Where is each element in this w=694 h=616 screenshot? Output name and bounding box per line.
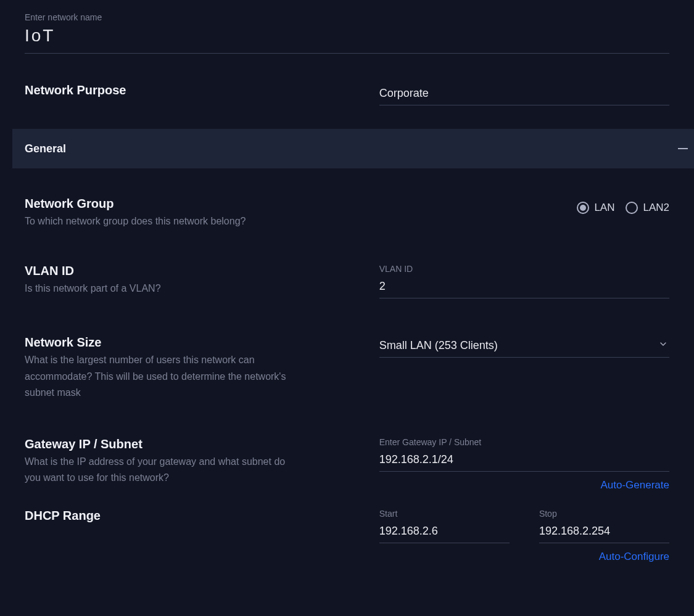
vlan-label: VLAN ID [25,264,361,278]
radio-lan-label: LAN [594,202,614,214]
vlan-desc: Is this network part of a VLAN? [25,281,361,297]
auto-generate-link[interactable]: Auto-Generate [379,479,669,491]
network-size-desc: What is the largest number of users this… [25,352,296,401]
gateway-input[interactable] [379,450,669,472]
section-general-header[interactable]: General [12,129,694,168]
radio-lan2-label: LAN2 [643,202,669,214]
dhcp-label: DHCP Range [25,509,361,523]
network-size-label: Network Size [25,335,361,350]
radio-lan[interactable]: LAN [577,202,614,214]
dhcp-start-label: Start [379,509,510,519]
dhcp-stop-label: Stop [539,509,669,519]
radio-icon [626,202,638,214]
vlan-float-label: VLAN ID [379,264,669,274]
auto-configure-link[interactable]: Auto-Configure [379,551,669,563]
radio-icon [577,202,589,214]
dhcp-start-input[interactable] [379,521,510,543]
network-purpose-label: Network Purpose [25,83,361,97]
gateway-label: Gateway IP / Subnet [25,437,361,451]
network-purpose-select[interactable] [379,83,669,105]
section-general-title: General [25,142,66,155]
network-name-float-label: Enter network name [25,12,669,22]
dhcp-stop-input[interactable] [539,521,669,543]
gateway-float-label: Enter Gateway IP / Subnet [379,437,669,447]
vlan-id-input[interactable] [379,276,669,298]
network-group-desc: To which network group does this network… [25,213,361,229]
chevron-down-icon [658,339,668,351]
radio-lan2[interactable]: LAN2 [626,202,669,214]
network-name-input[interactable] [25,25,669,54]
network-group-label: Network Group [25,197,361,211]
gateway-desc: What is the IP address of your gateway a… [25,454,302,487]
network-size-select[interactable] [379,335,669,358]
minus-icon [678,148,688,149]
